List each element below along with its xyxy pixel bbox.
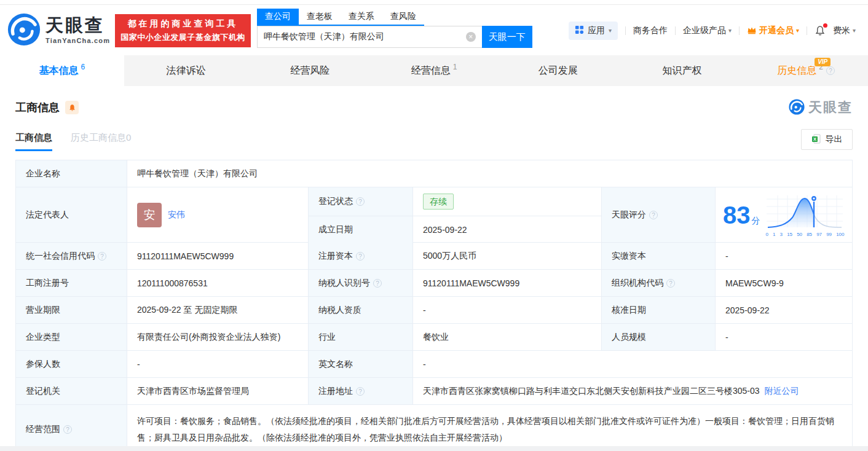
value-legal-representative: 安 安伟 bbox=[127, 187, 308, 242]
search-tab-relation[interactable]: 查关系 bbox=[341, 9, 382, 25]
tab-intellectual-property[interactable]: 知识产权 bbox=[620, 55, 744, 86]
nav-enterprise-products[interactable]: 企业级产品 ▾ bbox=[683, 25, 732, 36]
promo-line2: 国家中小企业发展子基金旗下机构 bbox=[120, 32, 245, 43]
logo-title: 天眼查 bbox=[45, 17, 110, 34]
vip-badge: VIP bbox=[815, 58, 831, 66]
score-unit: 分 bbox=[752, 216, 760, 226]
label-paid-capital: 实缴资本 bbox=[601, 243, 715, 269]
score-number: 83 bbox=[723, 202, 751, 229]
value-registration-status: 存续 bbox=[412, 187, 601, 216]
subtab-history-business-info[interactable]: 历史工商信息0 bbox=[71, 132, 131, 151]
divider bbox=[625, 26, 626, 35]
value-business-scope: 许可项目：餐饮服务；食品销售。（依法须经批准的项目，经相关部门批准后方可开展经营… bbox=[127, 405, 852, 451]
search-tabs: 查公司 查老板 查关系 查风险 bbox=[257, 9, 424, 26]
company-tabs: 基本信息 6 法律诉讼 经营风险 经营信息 1 公司发展 知识产权 历史信息 2… bbox=[0, 55, 868, 86]
caret-down-icon: ▾ bbox=[728, 28, 732, 34]
value-credit-code: 91120111MAEW5CW999 bbox=[127, 243, 308, 269]
nav-cooperation[interactable]: 商务合作 bbox=[633, 25, 668, 36]
avatar[interactable]: 安 bbox=[137, 203, 162, 227]
value-registered-capital: 5000万人民币 bbox=[412, 243, 601, 269]
table-row: 企业类型 有限责任公司(外商投资企业法人独资) 行业 餐饮业 人员规模 - bbox=[16, 323, 852, 350]
search-tab-risk[interactable]: 查风险 bbox=[382, 9, 424, 25]
tab-label: 公司发展 bbox=[539, 65, 578, 77]
crown-icon bbox=[747, 26, 757, 36]
tab-count: 1 bbox=[453, 63, 457, 71]
search-input[interactable] bbox=[257, 26, 482, 48]
label-english-name: 英文名称 bbox=[308, 351, 412, 377]
nav-user[interactable]: 费米 ▾ bbox=[833, 25, 856, 36]
help-icon[interactable]: ? bbox=[649, 211, 658, 219]
help-icon[interactable]: ? bbox=[356, 197, 365, 206]
legal-representative-link[interactable]: 安伟 bbox=[168, 210, 185, 221]
tab-label: 经营风险 bbox=[290, 65, 329, 77]
score-distribution-chart: 01 315 5085 9799 100 bbox=[765, 193, 845, 237]
value-registration-number: 120111000876531 bbox=[127, 270, 308, 296]
tab-label: 经营信息 bbox=[411, 65, 451, 77]
value-establish-date: 2025-09-22 bbox=[412, 216, 601, 243]
label-credit-code: 统一社会信用代码? bbox=[16, 243, 127, 269]
help-icon[interactable]: ? bbox=[826, 66, 835, 75]
apps-menu[interactable]: 应用 ▾ bbox=[569, 22, 618, 40]
top-border bbox=[0, 0, 868, 5]
site-logo[interactable]: 天眼查 TianYanCha.com bbox=[7, 13, 110, 48]
subtab-business-info[interactable]: 工商信息 bbox=[15, 132, 52, 151]
section-title: 工商信息 bbox=[15, 100, 60, 115]
site-header: 天眼查 TianYanCha.com 都在用的商业查询工具 国家中小企业发展子基… bbox=[0, 5, 868, 55]
value-tianyan-score[interactable]: 83分 bbox=[715, 187, 853, 242]
notifications-bell[interactable] bbox=[815, 25, 826, 36]
tab-history-info[interactable]: 历史信息 2 ? VIP bbox=[744, 55, 868, 86]
search-tab-company[interactable]: 查公司 bbox=[257, 9, 299, 25]
value-organization-code: MAEW5CW9-9 bbox=[715, 270, 853, 296]
table-row: 统一社会信用代码? 91120111MAEW5CW999 注册资本? 5000万… bbox=[16, 242, 852, 269]
value-company-name: 呷牛餐饮管理（天津）有限公司 bbox=[127, 160, 852, 187]
value-insured-count: - bbox=[127, 351, 308, 377]
tab-count: 6 bbox=[81, 63, 85, 71]
nav-open-vip[interactable]: 开通会员 ▾ bbox=[747, 25, 799, 36]
business-info-table: 企业名称 呷牛餐饮管理（天津）有限公司 法定代表人 安 安伟 登记状态 ? bbox=[15, 160, 853, 451]
help-icon[interactable]: ? bbox=[373, 279, 382, 288]
nav-vip-label: 开通会员 bbox=[759, 25, 794, 36]
help-icon[interactable]: ? bbox=[666, 279, 675, 288]
value-company-type: 有限责任公司(外商投资企业法人独资) bbox=[127, 324, 308, 350]
page-bottom-strip bbox=[0, 446, 868, 451]
label-taxpayer-id: 纳税人识别号? bbox=[308, 270, 412, 296]
subscribe-bell-icon[interactable] bbox=[65, 101, 79, 114]
help-icon[interactable]: ? bbox=[63, 425, 72, 434]
label-approval-date: 核准日期 bbox=[601, 297, 715, 323]
help-icon[interactable]: ? bbox=[98, 252, 106, 261]
help-icon[interactable]: ? bbox=[356, 387, 365, 396]
table-row: 登记机关 天津市西青区市场监督管理局 注册地址? 天津市西青区张家窝镇柳口路与利… bbox=[16, 377, 852, 404]
main-content: 工商信息 天眼查 工商信息 历史工商信息0 bbox=[0, 86, 868, 451]
tab-operating-info[interactable]: 经营信息 1 bbox=[372, 55, 496, 86]
tab-label: 知识产权 bbox=[662, 65, 701, 77]
nearby-companies-link[interactable]: 附近公司 bbox=[765, 386, 799, 397]
help-icon[interactable]: ? bbox=[356, 252, 365, 261]
tab-legal-proceedings[interactable]: 法律诉讼 bbox=[124, 55, 248, 86]
label-industry: 行业 bbox=[308, 324, 412, 350]
search-button[interactable]: 天眼一下 bbox=[482, 26, 532, 48]
apps-grid-icon bbox=[575, 25, 584, 36]
caret-down-icon: ▾ bbox=[796, 28, 799, 34]
tianyancha-logo-icon bbox=[7, 13, 41, 48]
table-row: 营业期限 2025-09-22 至 无固定期限 纳税人资质 - 核准日期 202… bbox=[16, 296, 852, 323]
value-english-name: - bbox=[412, 351, 852, 377]
value-business-term: 2025-09-22 至 无固定期限 bbox=[127, 297, 308, 323]
caret-down-icon: ▾ bbox=[609, 28, 612, 34]
divider bbox=[675, 26, 676, 35]
label-company-name: 企业名称 bbox=[16, 160, 127, 187]
clear-input-icon[interactable]: × bbox=[466, 32, 476, 42]
table-row: 工商注册号 120111000876531 纳税人识别号? 91120111MA… bbox=[16, 269, 852, 296]
tab-basic-info[interactable]: 基本信息 6 bbox=[0, 55, 124, 86]
label-registered-address: 注册地址? bbox=[308, 378, 412, 404]
label-company-type: 企业类型 bbox=[16, 324, 127, 350]
label-business-term: 营业期限 bbox=[16, 297, 127, 323]
tab-operating-risk[interactable]: 经营风险 bbox=[248, 55, 372, 86]
header-nav: 应用 ▾ 商务合作 企业级产品 ▾ 开通会员 ▾ bbox=[569, 22, 856, 40]
search-tab-boss[interactable]: 查老板 bbox=[299, 9, 341, 25]
divider bbox=[807, 26, 807, 35]
caret-down-icon: ▾ bbox=[853, 28, 856, 34]
label-registration-status: 登记状态 ? bbox=[308, 187, 412, 216]
notification-dot bbox=[823, 23, 827, 28]
export-button[interactable]: X 导出 bbox=[801, 129, 853, 150]
tab-company-development[interactable]: 公司发展 bbox=[496, 55, 620, 86]
